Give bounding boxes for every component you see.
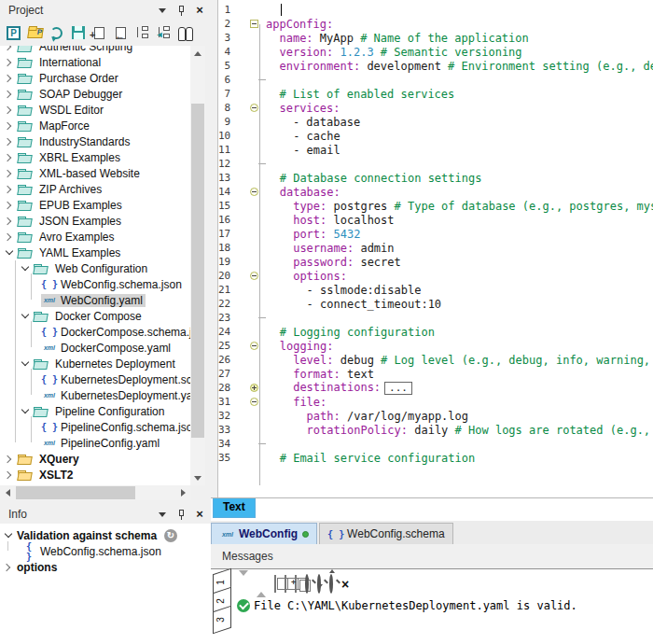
code-line[interactable]: 31 file: xyxy=(218,395,653,409)
code-line[interactable]: 9 - database xyxy=(218,115,653,129)
code-line[interactable]: 32 path: /var/log/myapp.log xyxy=(218,409,653,423)
code-line[interactable]: 34 xyxy=(218,437,653,451)
toolbar-button-save-project[interactable] xyxy=(67,22,89,44)
tree-item[interactable]: WSDL Editor xyxy=(0,102,190,118)
view-tab-text[interactable]: Text xyxy=(213,498,256,518)
toolbar-button-add-external-folder[interactable]: ◄ xyxy=(153,22,174,44)
tree-item[interactable]: JSON Examples xyxy=(0,213,190,229)
update-schema-icon[interactable]: ↻ xyxy=(164,529,177,542)
fold-collapse-icon[interactable] xyxy=(250,104,258,112)
tree-item[interactable]: International xyxy=(0,54,190,70)
code-line[interactable]: 23 xyxy=(218,311,653,325)
tree-item[interactable]: XQuery xyxy=(0,451,190,467)
tree-item[interactable]: xmlDockerCompose.yaml xyxy=(0,340,190,356)
toolbar-button-add-project-folder[interactable] xyxy=(132,22,153,44)
chevron-right-icon[interactable] xyxy=(4,136,15,147)
text-editor[interactable]: 12appConfig:3 name: MyApp # Name of the … xyxy=(217,0,653,497)
code-line[interactable]: 13 # Database connection settings xyxy=(218,171,653,185)
code-line[interactable]: 11 - email xyxy=(218,143,653,157)
code-line[interactable]: 20 options: xyxy=(218,269,653,283)
tree-item[interactable]: XML-based Website xyxy=(0,165,190,181)
tree-item[interactable]: ZIP Archives xyxy=(0,181,190,197)
code-line[interactable]: 4 version: 1.2.3 # Semantic versioning xyxy=(218,45,653,59)
file-tab[interactable]: { }WebConfig.schema xyxy=(319,523,453,544)
chevron-down-icon[interactable] xyxy=(20,263,31,274)
code-line[interactable]: 10 - cache xyxy=(218,129,653,143)
messages-toolbar-button-copy-message-plus[interactable] xyxy=(285,576,286,593)
tree-item[interactable]: Purchase Order xyxy=(0,70,190,86)
scroll-down-button[interactable] xyxy=(190,470,205,485)
chevron-down-icon[interactable] xyxy=(20,406,31,417)
vertical-splitter[interactable] xyxy=(211,0,217,497)
tree-item[interactable]: { }PipelineConfig.schema.json xyxy=(0,419,190,435)
code-line[interactable]: 6 xyxy=(218,73,653,87)
scroll-right-button[interactable] xyxy=(175,485,190,500)
fold-collapse-icon[interactable] xyxy=(250,398,258,406)
messages-toolbar-button-clear[interactable]: × xyxy=(341,576,349,593)
messages-toolbar-button-find-next[interactable] xyxy=(317,576,321,593)
tree-vscroll-thumb[interactable] xyxy=(191,104,204,438)
fold-collapse-box-icon[interactable] xyxy=(250,20,258,28)
chevron-right-icon[interactable] xyxy=(3,562,14,573)
fold-collapse-icon[interactable] xyxy=(250,272,258,280)
chevron-right-icon[interactable] xyxy=(4,200,15,211)
folded-region-box[interactable]: ... xyxy=(384,382,412,395)
tree-item[interactable]: { }DockerCompose.schema.json xyxy=(0,324,190,340)
chevron-down-icon[interactable] xyxy=(3,530,14,541)
code-line[interactable]: 35 # Email service configuration xyxy=(218,451,653,465)
code-line[interactable]: 27 format: text xyxy=(218,367,653,381)
message-entry[interactable]: File C:\YAML\KubernetesDeployment.yaml i… xyxy=(237,597,649,613)
tree-item[interactable]: IndustryStandards xyxy=(0,133,190,149)
tree-item[interactable]: Pipeline Configuration xyxy=(0,403,190,419)
code-line[interactable]: 16 host: localhost xyxy=(218,213,653,227)
tree-item[interactable]: SOAP Debugger xyxy=(0,86,190,102)
info-item[interactable]: { }WebConfig.schema.json xyxy=(0,543,211,559)
code-line[interactable]: 18 username: admin xyxy=(218,241,653,255)
code-line[interactable]: 7 # List of enabled services xyxy=(218,87,653,101)
code-line[interactable]: 28 destinations:... xyxy=(218,381,653,395)
messages-toolbar-button-scroll-up[interactable] xyxy=(257,576,266,593)
info-item[interactable]: options xyxy=(0,559,211,575)
tree-item[interactable]: Web Configuration xyxy=(0,260,190,276)
file-tab[interactable]: xmlWebConfig xyxy=(211,523,317,544)
code-line[interactable]: 2appConfig: xyxy=(218,17,653,31)
code-line[interactable]: 8 services: xyxy=(218,101,653,115)
code-line[interactable]: 15 type: postgres # Type of database (e.… xyxy=(218,199,653,213)
tree-item[interactable]: xmlKubernetesDeployment.yaml xyxy=(0,387,190,403)
chevron-right-icon[interactable] xyxy=(4,152,15,163)
chevron-right-icon[interactable] xyxy=(4,57,15,68)
code-line[interactable]: 24 # Logging configuration xyxy=(218,325,653,339)
code-line[interactable]: 33 rotationPolicy: daily # How logs are … xyxy=(218,423,653,437)
chevron-right-icon[interactable] xyxy=(4,120,15,132)
chevron-right-icon[interactable] xyxy=(4,73,15,84)
chevron-down-icon[interactable] xyxy=(20,311,31,322)
fold-collapse-icon[interactable] xyxy=(250,188,258,196)
toolbar-button-add-external-file[interactable]: ← xyxy=(110,22,132,44)
messages-toolbar-button-copy-message[interactable] xyxy=(274,576,276,593)
tree-item[interactable]: XSLT2 xyxy=(0,467,190,483)
toolbar-button-reload-project[interactable] xyxy=(46,22,67,44)
tree-item[interactable]: Kubernetes Deployment xyxy=(0,356,190,371)
tree-item[interactable]: XBRL Examples xyxy=(0,149,190,165)
code-line[interactable]: 17 port: 5432 xyxy=(218,227,653,241)
toolbar-button-new-project[interactable]: P xyxy=(3,22,24,44)
tree-item[interactable]: YAML Examples xyxy=(0,245,190,260)
chevron-right-icon[interactable] xyxy=(4,231,15,243)
tree-item[interactable]: Avro Examples xyxy=(0,229,190,245)
messages-tab-3[interactable]: 3 xyxy=(213,606,231,634)
chevron-right-icon[interactable] xyxy=(4,184,15,195)
chevron-right-icon[interactable] xyxy=(4,168,15,179)
fold-expand-icon[interactable] xyxy=(250,384,258,392)
chevron-down-icon[interactable] xyxy=(4,247,15,259)
tree-item[interactable]: Docker Compose xyxy=(0,308,190,324)
scroll-left-button[interactable] xyxy=(0,485,15,500)
chevron-right-icon[interactable] xyxy=(4,46,15,52)
code-line[interactable]: 12 xyxy=(218,157,653,171)
chevron-right-icon[interactable] xyxy=(4,469,15,481)
chevron-right-icon[interactable] xyxy=(4,216,15,227)
fold-collapse-icon[interactable] xyxy=(250,342,258,350)
panel-close-button[interactable]: × xyxy=(192,508,207,521)
code-line[interactable]: 1 xyxy=(218,3,653,17)
code-line[interactable]: 21 - sslmode:disable xyxy=(218,283,653,297)
panel-pin-button[interactable] xyxy=(174,4,188,17)
